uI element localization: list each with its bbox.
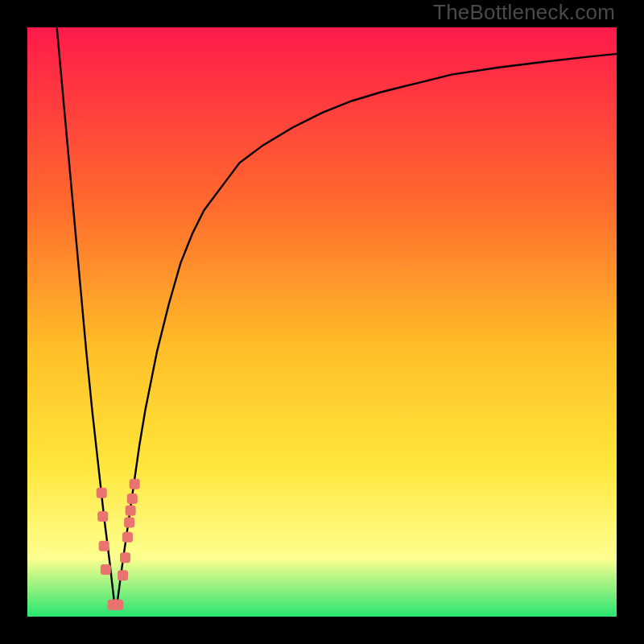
data-marker	[120, 552, 130, 563]
data-marker	[127, 493, 138, 504]
data-marker	[99, 541, 109, 551]
data-marker	[97, 511, 108, 522]
data-marker	[126, 506, 136, 516]
data-marker	[122, 532, 133, 543]
data-marker	[101, 564, 111, 575]
data-marker	[124, 517, 134, 527]
gradient-background	[27, 27, 617, 617]
chart-svg	[27, 27, 617, 617]
data-marker	[130, 479, 140, 489]
data-marker	[97, 488, 107, 498]
chart-frame: TheBottleneck.com	[0, 0, 644, 644]
watermark-text: TheBottleneck.com	[433, 0, 615, 25]
data-marker	[118, 570, 128, 580]
data-marker	[113, 600, 123, 610]
plot-area	[27, 27, 617, 617]
